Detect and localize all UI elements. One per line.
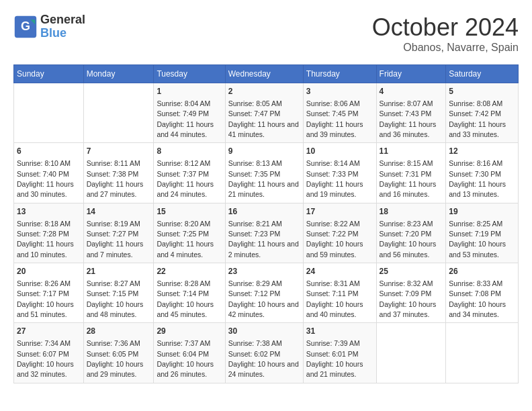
logo-icon: G [13, 15, 38, 39]
day-info: Sunrise: 7:38 AMSunset: 6:02 PMDaylight:… [228, 339, 299, 378]
day-info: Sunrise: 7:39 AMSunset: 6:01 PMDaylight:… [306, 339, 363, 378]
day-number: 23 [228, 266, 300, 277]
day-number: 7 [87, 146, 151, 157]
day-cell: 25Sunrise: 8:32 AMSunset: 7:09 PMDayligh… [376, 263, 446, 323]
day-cell: 13Sunrise: 8:18 AMSunset: 7:28 PMDayligh… [14, 203, 84, 263]
day-cell: 1Sunrise: 8:04 AMSunset: 7:49 PMDaylight… [154, 83, 225, 143]
day-number: 28 [87, 326, 151, 337]
day-number: 29 [157, 326, 222, 337]
day-cell [446, 323, 519, 383]
day-number: 22 [157, 266, 222, 277]
day-cell: 15Sunrise: 8:20 AMSunset: 7:25 PMDayligh… [154, 203, 225, 263]
day-number: 20 [17, 266, 81, 277]
day-info: Sunrise: 8:26 AMSunset: 7:17 PMDaylight:… [17, 279, 74, 318]
day-number: 18 [380, 206, 443, 218]
day-info: Sunrise: 8:32 AMSunset: 7:09 PMDaylight:… [380, 279, 437, 318]
day-info: Sunrise: 8:10 AMSunset: 7:40 PMDaylight:… [17, 159, 74, 198]
day-info: Sunrise: 7:36 AMSunset: 6:05 PMDaylight:… [87, 339, 144, 378]
day-cell: 7Sunrise: 8:11 AMSunset: 7:38 PMDaylight… [83, 143, 154, 203]
week-row-1: 6Sunrise: 8:10 AMSunset: 7:40 PMDaylight… [14, 143, 519, 203]
day-cell: 6Sunrise: 8:10 AMSunset: 7:40 PMDaylight… [14, 143, 84, 203]
header-row: SundayMondayTuesdayWednesdayThursdayFrid… [14, 65, 519, 83]
day-info: Sunrise: 7:37 AMSunset: 6:04 PMDaylight:… [157, 339, 214, 378]
day-cell: 10Sunrise: 8:14 AMSunset: 7:33 PMDayligh… [303, 143, 376, 203]
week-row-2: 13Sunrise: 8:18 AMSunset: 7:28 PMDayligh… [14, 203, 519, 263]
day-cell: 23Sunrise: 8:29 AMSunset: 7:12 PMDayligh… [225, 263, 303, 323]
day-number: 25 [380, 266, 443, 277]
day-number: 8 [157, 146, 222, 157]
day-cell: 5Sunrise: 8:08 AMSunset: 7:42 PMDaylight… [446, 83, 519, 143]
day-number: 13 [17, 206, 81, 218]
day-cell [14, 83, 84, 143]
title-block: October 2024 Obanos, Navarre, Spain [372, 13, 519, 54]
header-saturday: Saturday [446, 65, 519, 83]
svg-text:G: G [21, 19, 30, 33]
day-info: Sunrise: 8:15 AMSunset: 7:31 PMDaylight:… [380, 159, 437, 198]
day-cell: 14Sunrise: 8:19 AMSunset: 7:27 PMDayligh… [83, 203, 154, 263]
day-number: 27 [17, 326, 81, 337]
day-info: Sunrise: 8:14 AMSunset: 7:33 PMDaylight:… [306, 159, 363, 198]
day-number: 31 [306, 326, 373, 337]
day-cell [376, 323, 446, 383]
day-cell: 18Sunrise: 8:23 AMSunset: 7:20 PMDayligh… [376, 203, 446, 263]
logo-line2: Blue [40, 27, 85, 40]
day-info: Sunrise: 8:11 AMSunset: 7:38 PMDaylight:… [87, 159, 144, 198]
day-cell: 24Sunrise: 8:31 AMSunset: 7:11 PMDayligh… [303, 263, 376, 323]
day-info: Sunrise: 8:19 AMSunset: 7:27 PMDaylight:… [87, 220, 144, 259]
day-number: 19 [449, 206, 515, 218]
week-row-0: 1Sunrise: 8:04 AMSunset: 7:49 PMDaylight… [14, 83, 519, 143]
day-cell: 29Sunrise: 7:37 AMSunset: 6:04 PMDayligh… [154, 323, 225, 383]
day-info: Sunrise: 8:21 AMSunset: 7:23 PMDaylight:… [228, 220, 299, 259]
day-cell: 16Sunrise: 8:21 AMSunset: 7:23 PMDayligh… [225, 203, 303, 263]
day-info: Sunrise: 8:25 AMSunset: 7:19 PMDaylight:… [449, 220, 506, 259]
day-cell [83, 83, 154, 143]
day-info: Sunrise: 8:12 AMSunset: 7:37 PMDaylight:… [157, 159, 214, 198]
day-cell: 30Sunrise: 7:38 AMSunset: 6:02 PMDayligh… [225, 323, 303, 383]
day-cell: 28Sunrise: 7:36 AMSunset: 6:05 PMDayligh… [83, 323, 154, 383]
day-info: Sunrise: 8:27 AMSunset: 7:15 PMDaylight:… [87, 279, 144, 318]
day-number: 6 [17, 146, 81, 157]
day-number: 17 [306, 206, 373, 218]
month-title: October 2024 [372, 13, 519, 42]
day-cell: 20Sunrise: 8:26 AMSunset: 7:17 PMDayligh… [14, 263, 84, 323]
calendar-table: SundayMondayTuesdayWednesdayThursdayFrid… [13, 64, 519, 383]
day-info: Sunrise: 7:34 AMSunset: 6:07 PMDaylight:… [17, 339, 74, 378]
header-tuesday: Tuesday [154, 65, 225, 83]
day-number: 4 [380, 86, 443, 97]
logo-line1: General [40, 13, 85, 27]
day-number: 5 [449, 86, 515, 97]
day-cell: 19Sunrise: 8:25 AMSunset: 7:19 PMDayligh… [446, 203, 519, 263]
day-info: Sunrise: 8:28 AMSunset: 7:14 PMDaylight:… [157, 279, 214, 318]
day-cell: 2Sunrise: 8:05 AMSunset: 7:47 PMDaylight… [225, 83, 303, 143]
day-info: Sunrise: 8:22 AMSunset: 7:22 PMDaylight:… [306, 220, 363, 259]
day-info: Sunrise: 8:07 AMSunset: 7:43 PMDaylight:… [380, 99, 437, 138]
week-row-3: 20Sunrise: 8:26 AMSunset: 7:17 PMDayligh… [14, 263, 519, 323]
day-info: Sunrise: 8:31 AMSunset: 7:11 PMDaylight:… [306, 279, 363, 318]
day-number: 10 [306, 146, 373, 157]
header-thursday: Thursday [303, 65, 376, 83]
day-cell: 12Sunrise: 8:16 AMSunset: 7:30 PMDayligh… [446, 143, 519, 203]
day-number: 9 [228, 146, 300, 157]
day-info: Sunrise: 8:33 AMSunset: 7:08 PMDaylight:… [449, 279, 506, 318]
day-cell: 27Sunrise: 7:34 AMSunset: 6:07 PMDayligh… [14, 323, 84, 383]
day-info: Sunrise: 8:08 AMSunset: 7:42 PMDaylight:… [449, 99, 506, 138]
day-number: 12 [449, 146, 515, 157]
day-info: Sunrise: 8:04 AMSunset: 7:49 PMDaylight:… [157, 99, 214, 138]
calendar-body: 1Sunrise: 8:04 AMSunset: 7:49 PMDaylight… [14, 83, 519, 383]
day-cell: 3Sunrise: 8:06 AMSunset: 7:45 PMDaylight… [303, 83, 376, 143]
day-number: 3 [306, 86, 373, 97]
logo: G General Blue [13, 13, 85, 40]
day-number: 15 [157, 206, 222, 218]
day-number: 16 [228, 206, 300, 218]
day-cell: 8Sunrise: 8:12 AMSunset: 7:37 PMDaylight… [154, 143, 225, 203]
day-cell: 11Sunrise: 8:15 AMSunset: 7:31 PMDayligh… [376, 143, 446, 203]
header-friday: Friday [376, 65, 446, 83]
header-monday: Monday [83, 65, 154, 83]
day-cell: 17Sunrise: 8:22 AMSunset: 7:22 PMDayligh… [303, 203, 376, 263]
day-cell: 4Sunrise: 8:07 AMSunset: 7:43 PMDaylight… [376, 83, 446, 143]
day-number: 26 [449, 266, 515, 277]
page-header: G General Blue October 2024 Obanos, Nava… [13, 13, 519, 54]
week-row-4: 27Sunrise: 7:34 AMSunset: 6:07 PMDayligh… [14, 323, 519, 383]
day-number: 14 [87, 206, 151, 218]
day-info: Sunrise: 8:06 AMSunset: 7:45 PMDaylight:… [306, 99, 363, 138]
